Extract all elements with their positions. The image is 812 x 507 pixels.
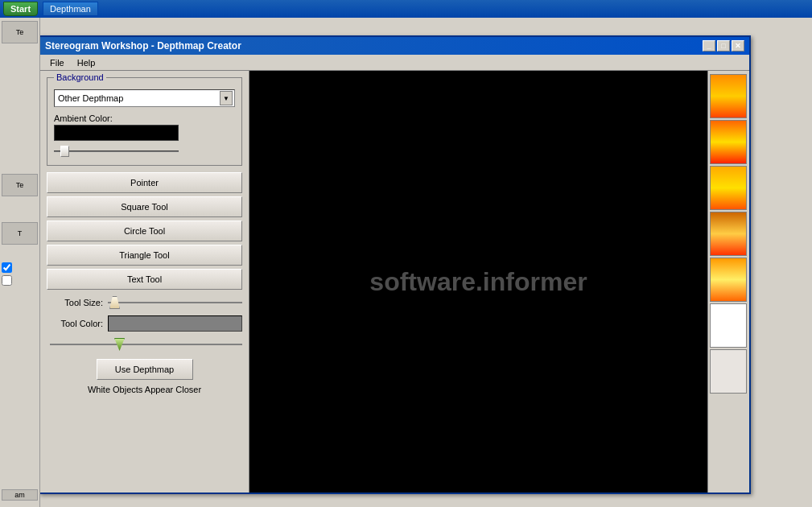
tool-buttons: Pointer Square Tool Circle Tool Triangle… xyxy=(47,172,242,290)
right-gradient-sidebar xyxy=(707,71,749,493)
edge-item-1: Te xyxy=(2,21,38,43)
main-window: Stereogram Workshop - Depthmap Creator _… xyxy=(39,35,751,494)
close-button[interactable]: ✕ xyxy=(732,40,744,52)
os-taskbar: Start Depthman xyxy=(0,0,812,18)
dropdown-arrow-icon[interactable]: ▼ xyxy=(220,91,233,105)
menu-file[interactable]: File xyxy=(43,56,71,69)
background-group-title: Background xyxy=(54,72,106,82)
edge-checks xyxy=(2,262,38,286)
circle-tool-button[interactable]: Circle Tool xyxy=(47,221,242,241)
window-title: Stereogram Workshop - Depthmap Creator xyxy=(45,40,241,52)
start-button[interactable]: Start xyxy=(3,2,38,16)
text-tool-button[interactable]: Text Tool xyxy=(47,269,242,290)
watermark: software.informer xyxy=(369,267,587,297)
window-controls: _ □ ✕ xyxy=(703,40,744,52)
edge-check-2[interactable] xyxy=(2,275,12,286)
window-content: Background Other Depthmap ▼ Ambient Colo… xyxy=(40,71,749,493)
edge-item-2: Te xyxy=(2,174,38,196)
depthmap-dropdown[interactable]: Other Depthmap ▼ xyxy=(54,89,235,107)
opacity-slider-row[interactable] xyxy=(50,336,242,352)
ambient-color-label: Ambient Color: xyxy=(54,113,235,123)
tool-size-control xyxy=(108,295,242,311)
use-depthmap-button[interactable]: Use Depthmap xyxy=(97,359,193,380)
gradient-swatch-5[interactable] xyxy=(710,258,747,302)
taskbar-depthman[interactable]: Depthman xyxy=(43,2,98,16)
opacity-track xyxy=(50,344,242,345)
gradient-swatch-white[interactable] xyxy=(710,303,747,348)
tool-color-row: Tool Color: xyxy=(47,315,242,332)
window-menu: File Help xyxy=(40,55,749,71)
gradient-swatch-3[interactable] xyxy=(710,166,747,210)
minimize-button[interactable]: _ xyxy=(703,40,715,52)
tool-size-row: Tool Size: xyxy=(47,295,242,311)
slider-thumb[interactable] xyxy=(60,146,69,157)
tool-size-track xyxy=(108,302,242,303)
slider-track xyxy=(54,150,179,152)
gradient-swatch-4[interactable] xyxy=(710,212,747,256)
dropdown-value: Other Depthmap xyxy=(58,93,231,103)
triangle-tool-button[interactable]: Triangle Tool xyxy=(47,245,242,266)
edge-check-1[interactable] xyxy=(2,262,12,273)
tool-color-swatch[interactable] xyxy=(108,315,242,332)
canvas-area[interactable]: software.informer xyxy=(249,71,707,493)
gradient-swatch-2[interactable] xyxy=(710,120,747,164)
title-bar: Stereogram Workshop - Depthmap Creator _… xyxy=(40,37,749,55)
left-edge-panel: Te Te T am xyxy=(0,18,40,507)
gradient-swatch-light[interactable] xyxy=(710,349,747,394)
left-control-panel: Background Other Depthmap ▼ Ambient Colo… xyxy=(40,71,249,493)
edge-bottom-label: am xyxy=(2,489,38,501)
edge-item-3: T xyxy=(2,222,38,245)
tool-size-label: Tool Size: xyxy=(47,298,103,307)
ambient-color-swatch[interactable] xyxy=(54,125,179,141)
maximize-button[interactable]: □ xyxy=(717,40,730,52)
ambient-slider[interactable] xyxy=(54,144,179,159)
menu-help[interactable]: Help xyxy=(71,56,102,69)
pointer-button[interactable]: Pointer xyxy=(47,172,242,193)
square-tool-button[interactable]: Square Tool xyxy=(47,196,242,217)
background-group: Background Other Depthmap ▼ Ambient Colo… xyxy=(47,77,242,166)
white-objects-text: White Objects Appear Closer xyxy=(47,385,242,394)
tool-color-label: Tool Color: xyxy=(47,319,103,328)
gradient-swatch-1[interactable] xyxy=(710,74,747,118)
